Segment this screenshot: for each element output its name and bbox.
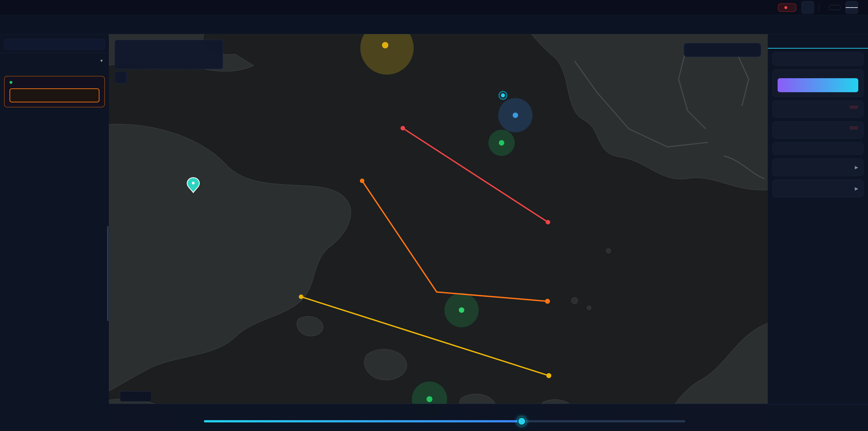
algo-settings-header <box>0 110 109 115</box>
polygon-analysis-button[interactable] <box>778 78 858 92</box>
top-bar <box>0 0 868 15</box>
locate-incident-button[interactable] <box>115 71 127 84</box>
beach-zone-dot <box>513 113 518 118</box>
timeline-track[interactable] <box>204 420 685 423</box>
map-canvas[interactable] <box>109 34 768 431</box>
incident-dot-icon <box>784 6 787 9</box>
analysis-summary-panel: ▶ ▶ <box>768 34 868 431</box>
pollution-status-card <box>772 100 864 118</box>
pollution-analysis-card <box>772 69 864 97</box>
fence-stats <box>0 68 109 74</box>
sidebar-scrollbar[interactable] <box>107 226 108 321</box>
chevron-right-icon: ▶ <box>855 186 858 191</box>
incident-status-badge <box>778 3 796 12</box>
map-base-svg <box>109 34 768 431</box>
layer-style-panel <box>4 39 105 50</box>
chevron-down-icon: ▼ <box>99 59 103 63</box>
timeline-track-zone <box>204 404 685 431</box>
timeline-thumb[interactable] <box>518 417 526 426</box>
notifications-button[interactable] <box>801 1 814 14</box>
ai-plan-card <box>4 76 105 107</box>
apply-plan-button[interactable] <box>9 88 99 102</box>
summary-header <box>768 34 868 49</box>
map-legend <box>684 43 761 57</box>
topbar-divider <box>819 4 819 11</box>
topbar-right <box>778 1 868 14</box>
wetland-zone-dot <box>382 42 388 49</box>
vessel-spec-section[interactable]: ▶ <box>772 158 864 176</box>
weathering-card <box>772 142 864 155</box>
chevron-right-icon: ▶ <box>855 164 858 170</box>
sub-tab-bar <box>0 15 868 34</box>
farm-zone-dot-1 <box>499 140 504 146</box>
fence-mode-buttons <box>0 65 109 68</box>
menu-button[interactable] <box>845 1 858 14</box>
layer-tree <box>0 34 109 36</box>
owner-insurance-section[interactable]: ▶ <box>772 180 864 197</box>
risk-badge <box>849 126 858 130</box>
plan-ready-status <box>9 81 99 84</box>
weather-panel <box>115 40 223 69</box>
display-control-card <box>772 52 864 66</box>
farm-zone-dot-2 <box>459 307 464 313</box>
farm-zone-dot-3 <box>427 396 432 402</box>
risk-badge <box>849 105 858 109</box>
timeline-bar <box>109 404 768 431</box>
logout-button[interactable] <box>829 5 840 10</box>
action-button-bar <box>768 404 868 431</box>
fence-guide-header[interactable]: ▼ <box>0 56 109 65</box>
coordinates-bar <box>120 391 151 402</box>
left-sidebar: ▼ <box>0 34 109 431</box>
forecast-card <box>772 121 864 138</box>
